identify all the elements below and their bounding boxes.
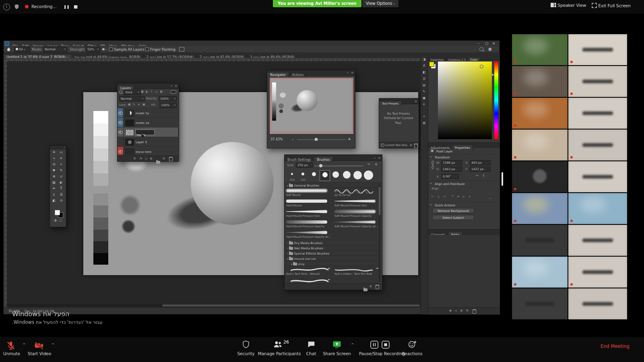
share-screen-button[interactable] bbox=[332, 339, 342, 349]
lock-move-icon[interactable] bbox=[138, 103, 140, 106]
participant-video[interactable] bbox=[568, 66, 627, 97]
tools-palette-header[interactable]: « bbox=[50, 146, 66, 149]
exit-fullscreen-button[interactable]: Exit Full Screen bbox=[592, 3, 631, 11]
flip-vertical-icon[interactable] bbox=[482, 174, 485, 177]
dock-styles-icon[interactable] bbox=[423, 103, 425, 106]
new-layer-icon[interactable] bbox=[163, 157, 165, 160]
participant-video[interactable] bbox=[512, 161, 568, 192]
align-bottom-icon[interactable] bbox=[462, 195, 465, 198]
brush-group-dry[interactable]: Dry Media Brushes bbox=[285, 240, 381, 245]
brush-item[interactable] bbox=[285, 277, 332, 283]
dock-history-icon[interactable] bbox=[423, 58, 426, 61]
navigator-zoom-slider[interactable] bbox=[297, 139, 346, 140]
quick-mask-icon[interactable] bbox=[54, 219, 57, 222]
align-right-icon[interactable] bbox=[443, 195, 446, 198]
path-select-tool-icon[interactable] bbox=[60, 193, 62, 196]
layer-name[interactable]: על תמונות bbox=[136, 111, 149, 115]
current-tool-only-checkbox[interactable]: ✓ bbox=[381, 144, 384, 147]
new-path-icon[interactable] bbox=[466, 309, 469, 312]
stop-recording-icon[interactable] bbox=[73, 4, 78, 10]
brush-item[interactable]: Soft Round bbox=[285, 188, 332, 198]
layer-row[interactable]: טב תמונות bbox=[118, 118, 178, 128]
filter-smartobject-icon[interactable] bbox=[160, 90, 163, 93]
panel-menu-icon[interactable]: ≡ bbox=[378, 156, 380, 160]
lasso-tool-icon[interactable] bbox=[53, 157, 56, 160]
zoom-in-mountain-icon[interactable] bbox=[348, 137, 351, 140]
recent-brush[interactable] bbox=[341, 170, 352, 181]
participant-video[interactable] bbox=[568, 225, 627, 256]
brush-size-slider[interactable] bbox=[314, 165, 363, 167]
layer-visibility-toggle[interactable] bbox=[118, 137, 124, 146]
participants-label[interactable]: Manage Participants bbox=[256, 351, 303, 356]
layer-filter-kind-select[interactable]: Kind▾ bbox=[124, 90, 141, 95]
brush-preset-picker[interactable]: 50 ▾ bbox=[14, 47, 30, 52]
strength-value[interactable]: 50% ▾ bbox=[86, 47, 100, 52]
magic-wand-tool-icon[interactable] bbox=[60, 157, 63, 160]
delete-layer-icon[interactable] bbox=[169, 157, 173, 161]
more-options[interactable]: ··· bbox=[489, 197, 492, 201]
chat-button[interactable] bbox=[307, 340, 316, 349]
quick-actions-header[interactable]: Quick Actions bbox=[428, 202, 500, 208]
brush-size-value[interactable]: 250 px bbox=[296, 162, 313, 168]
zoom-slider-thumb[interactable] bbox=[315, 138, 318, 141]
color-saturation-square[interactable] bbox=[438, 62, 492, 139]
healing-tool-icon[interactable] bbox=[53, 169, 56, 172]
participant-video[interactable] bbox=[568, 257, 627, 288]
fill-value[interactable]: 100%▾ bbox=[159, 103, 177, 108]
recent-brush[interactable] bbox=[309, 170, 319, 181]
mode-select[interactable]: Normal ▾ bbox=[43, 47, 67, 52]
pause-recording-icon[interactable] bbox=[64, 4, 69, 10]
brush-group-pens[interactable]: עטים bbox=[285, 261, 381, 266]
new-group-icon[interactable] bbox=[363, 288, 367, 291]
brush-grid-icon[interactable] bbox=[375, 163, 378, 166]
collapse-panel-icon[interactable]: « bbox=[347, 71, 349, 74]
brush-item[interactable]: Hard Round Pressure Size bbox=[285, 209, 332, 219]
workspace-switcher-icon[interactable] bbox=[488, 47, 491, 51]
screen-mode-icon[interactable] bbox=[59, 219, 62, 222]
panel-menu-icon[interactable]: ≡ bbox=[415, 100, 417, 103]
participant-video[interactable] bbox=[512, 288, 568, 319]
delete-preset-icon[interactable] bbox=[414, 144, 418, 148]
navigator-tab[interactable]: Navigator bbox=[267, 72, 289, 77]
layer-effects-icon[interactable]: fx bbox=[139, 156, 142, 160]
unmute-button[interactable] bbox=[6, 340, 16, 351]
airbrush-icon[interactable] bbox=[102, 47, 106, 51]
new-brush-icon[interactable] bbox=[369, 285, 372, 288]
filter-toggle-switch[interactable] bbox=[171, 90, 176, 94]
participant-video[interactable] bbox=[568, 161, 627, 192]
participant-video[interactable] bbox=[512, 257, 568, 288]
lock-all-icon[interactable] bbox=[142, 103, 145, 106]
finger-painting-checkbox[interactable] bbox=[145, 47, 149, 51]
layer-thumbnail[interactable] bbox=[125, 148, 134, 155]
align-section-header[interactable]: Align and Distribute bbox=[428, 181, 500, 186]
stroke-path-icon[interactable] bbox=[455, 309, 457, 312]
brush-tool-icon[interactable] bbox=[60, 169, 63, 172]
pen-tool-icon[interactable] bbox=[53, 187, 56, 190]
angle-field[interactable]: 0.00° bbox=[441, 174, 459, 179]
window-close-button[interactable] bbox=[492, 41, 495, 45]
canvas-hscroll-track[interactable] bbox=[7, 304, 422, 307]
speaker-view-button[interactable]: Speaker View bbox=[551, 3, 586, 11]
hue-strip[interactable] bbox=[494, 62, 498, 139]
remove-background-button[interactable]: Remove Background bbox=[432, 208, 474, 213]
align-left-icon[interactable] bbox=[431, 195, 434, 198]
brush-item[interactable]: Soft Round Pressure Opacity bbox=[333, 209, 380, 219]
layer-name[interactable]: פתוח צבעים bbox=[136, 150, 151, 154]
dock-clone-source-icon[interactable] bbox=[423, 97, 426, 100]
stop-recording-button[interactable] bbox=[381, 340, 390, 350]
record-label[interactable]: Pause/Stop Recording bbox=[359, 351, 402, 356]
reactions-label[interactable]: Reactions bbox=[399, 351, 425, 356]
start-video-button[interactable] bbox=[34, 340, 44, 351]
zoom-tool-icon[interactable] bbox=[60, 199, 63, 202]
sample-all-layers-checkbox[interactable] bbox=[109, 47, 113, 51]
dock-brush-settings-icon[interactable] bbox=[423, 90, 425, 93]
layer-mask-icon[interactable] bbox=[145, 157, 147, 160]
size-slider-thumb[interactable] bbox=[319, 164, 322, 167]
participants-scrollbar-thumb[interactable] bbox=[502, 172, 503, 186]
filter-type-icon[interactable] bbox=[151, 90, 152, 93]
blur-tool-icon[interactable] bbox=[60, 181, 63, 184]
layer-row[interactable]: על תמונות bbox=[118, 108, 178, 118]
participants-button[interactable] bbox=[273, 339, 283, 349]
layer-visibility-toggle[interactable] bbox=[118, 118, 124, 127]
zoom-out-mountain-icon[interactable] bbox=[292, 138, 293, 140]
